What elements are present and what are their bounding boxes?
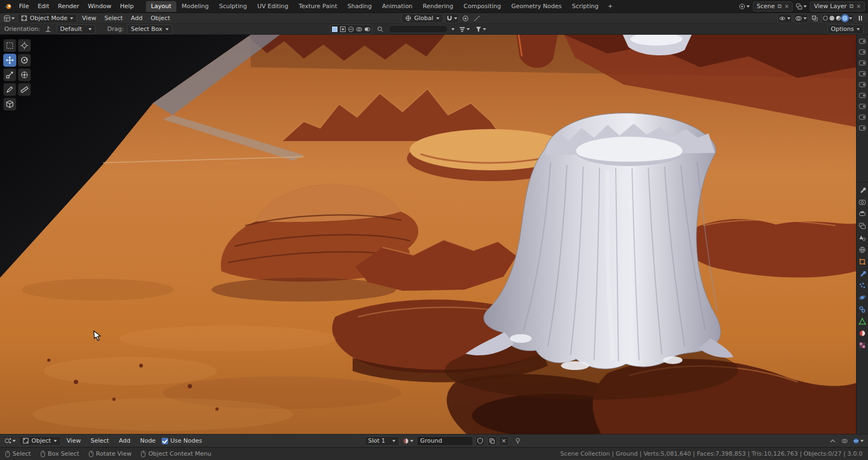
shading-solid-icon[interactable]: [829, 16, 834, 21]
mask-subtract-icon[interactable]: [348, 26, 354, 33]
snap-controls[interactable]: [445, 14, 459, 23]
transform-orientation-dropdown[interactable]: Global: [401, 14, 443, 23]
menu-edit[interactable]: Edit: [34, 2, 53, 11]
search-options-caret[interactable]: [451, 28, 455, 30]
scene-selector[interactable]: Scene ⧉ ×: [753, 2, 793, 11]
tab-uv-editing[interactable]: UV Editing: [252, 1, 293, 12]
search-icon[interactable]: [375, 24, 385, 34]
world-shader-icon[interactable]: [852, 436, 865, 445]
tab-sculpting[interactable]: Sculpting: [214, 1, 252, 12]
outliner-object-icon[interactable]: [859, 49, 866, 55]
menu-window[interactable]: Window: [84, 2, 115, 11]
tab-rendering[interactable]: Rendering: [418, 1, 458, 12]
shading-wireframe-icon[interactable]: [823, 16, 828, 21]
scene-unlink-icon[interactable]: ×: [784, 3, 789, 9]
shader-menu-select[interactable]: Select: [87, 436, 113, 445]
material-name-field[interactable]: Ground: [417, 436, 473, 446]
unlink-material-icon[interactable]: ×: [499, 436, 509, 446]
fake-user-shield-icon[interactable]: [475, 436, 485, 446]
orientation-icon[interactable]: [43, 24, 53, 34]
tab-texture-paint[interactable]: Texture Paint: [294, 1, 342, 12]
mode-dropdown[interactable]: Object Mode: [17, 14, 77, 23]
material-browse-icon[interactable]: [401, 436, 414, 445]
shader-menu-view[interactable]: View: [63, 436, 85, 445]
props-tab-physics-icon[interactable]: [859, 294, 866, 301]
filter-type-icon[interactable]: [458, 24, 471, 34]
props-tab-material-icon[interactable]: [859, 330, 866, 337]
scene-browse-icon[interactable]: [738, 2, 751, 11]
outliner-object-icon[interactable]: [859, 71, 866, 76]
overlays-group[interactable]: [794, 14, 808, 23]
orientation-dropdown[interactable]: Default: [56, 24, 95, 34]
mask-extend-icon[interactable]: [340, 26, 346, 33]
shading-material-icon[interactable]: [836, 16, 841, 21]
tool-select-box-button[interactable]: [3, 39, 16, 52]
props-tab-view-layer-icon[interactable]: [859, 222, 866, 229]
props-tab-render-icon[interactable]: [859, 199, 866, 206]
3d-viewport-canvas[interactable]: [0, 35, 856, 434]
props-tab-scene-icon[interactable]: [859, 234, 866, 241]
tab-modeling[interactable]: Modeling: [177, 1, 214, 12]
editor-type-icon[interactable]: [3, 14, 16, 23]
outliner-object-icon[interactable]: [859, 92, 866, 98]
tab-shading[interactable]: Shading: [343, 1, 377, 12]
view-layer-browse-icon[interactable]: [795, 2, 808, 11]
drag-dropdown[interactable]: Select Box: [127, 24, 173, 34]
tool-add-cube-button[interactable]: [3, 98, 16, 111]
view-layer-new-icon[interactable]: ⧉: [850, 3, 854, 10]
vp-menu-view[interactable]: View: [79, 14, 99, 22]
shader-id-type-dropdown[interactable]: Object: [19, 436, 61, 446]
overlay-toggle-icon[interactable]: [840, 436, 850, 445]
view-layer-selector[interactable]: View Layer ⧉ ×: [810, 2, 865, 11]
snap-node-icon[interactable]: [828, 436, 838, 445]
xray-toggle-icon[interactable]: [810, 14, 820, 23]
tab-geometry-nodes[interactable]: Geometry Nodes: [506, 1, 566, 12]
props-tab-output-icon[interactable]: [859, 210, 866, 218]
menu-render[interactable]: Render: [54, 2, 83, 11]
tab-layout[interactable]: Layout: [146, 1, 176, 12]
outliner-object-icon[interactable]: [859, 38, 866, 44]
shader-menu-add[interactable]: Add: [115, 436, 134, 445]
pause-render-icon[interactable]: [856, 14, 865, 23]
vp-menu-add[interactable]: Add: [127, 14, 145, 22]
outliner-object-icon[interactable]: [859, 103, 866, 109]
mask-new-icon[interactable]: [331, 26, 338, 33]
vp-menu-object[interactable]: Object: [148, 14, 174, 22]
object-visibility-group[interactable]: [777, 14, 792, 23]
mask-intersect-icon[interactable]: [364, 26, 371, 33]
scene-new-icon[interactable]: ⧉: [777, 3, 782, 10]
proportional-falloff-icon[interactable]: [472, 14, 482, 23]
tool-annotate-button[interactable]: [3, 83, 16, 96]
vp-menu-select[interactable]: Select: [101, 14, 126, 22]
mask-difference-icon[interactable]: [356, 26, 362, 33]
use-nodes-checkbox[interactable]: [162, 438, 168, 444]
blender-logo-icon[interactable]: [3, 3, 13, 10]
props-tab-particles-icon[interactable]: [859, 282, 866, 289]
props-tab-object-icon[interactable]: [859, 258, 866, 265]
outliner-object-icon[interactable]: [859, 60, 866, 66]
tool-scale-button[interactable]: [3, 68, 16, 81]
proportional-edit-icon[interactable]: [461, 14, 470, 23]
tool-transform-button[interactable]: [18, 68, 31, 81]
props-tab-texture-icon[interactable]: [859, 342, 866, 349]
tool-measure-button[interactable]: [18, 83, 31, 96]
props-tab-object-data-icon[interactable]: [859, 318, 866, 325]
pin-icon[interactable]: [513, 436, 523, 445]
duplicate-data-icon[interactable]: [487, 436, 497, 446]
tab-animation[interactable]: Animation: [377, 1, 417, 12]
outliner-object-icon[interactable]: [859, 81, 866, 87]
shader-editor-type-icon[interactable]: [3, 436, 17, 445]
tab-compositing[interactable]: Compositing: [459, 1, 506, 12]
shading-rendered-icon[interactable]: [843, 16, 847, 21]
material-slot-dropdown[interactable]: Slot 1: [365, 436, 399, 446]
props-tab-modifiers-icon[interactable]: [859, 270, 866, 277]
options-dropdown[interactable]: Options: [827, 24, 864, 34]
filter-funnel-icon[interactable]: [474, 24, 487, 34]
tab-scripting[interactable]: Scripting: [567, 1, 603, 12]
tool-move-button[interactable]: [3, 54, 16, 67]
props-tab-world-icon[interactable]: [859, 246, 866, 253]
props-tab-tool-icon[interactable]: [859, 187, 866, 194]
tool-rotate-button[interactable]: [18, 54, 31, 67]
search-input[interactable]: [388, 25, 448, 33]
shader-menu-node[interactable]: Node: [136, 436, 159, 445]
